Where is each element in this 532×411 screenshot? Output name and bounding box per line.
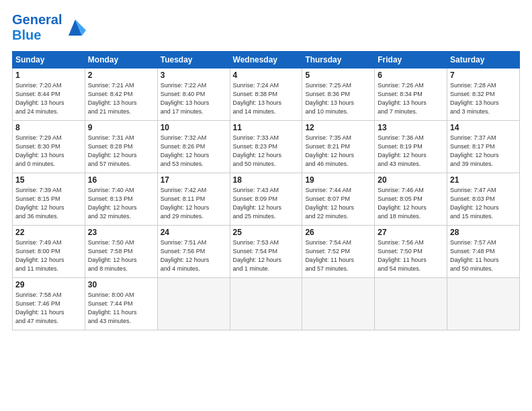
day-info: Sunrise: 7:44 AM Sunset: 8:07 PM Dayligh… [305,186,371,221]
page: General Blue SundayMondayTuesdayWednesda… [0,0,532,337]
day-number: 18 [233,175,300,185]
calendar-cell: 4Sunrise: 7:24 AM Sunset: 8:38 PM Daylig… [230,68,302,121]
day-number: 19 [305,175,371,185]
week-row-2: 8Sunrise: 7:29 AM Sunset: 8:30 PM Daylig… [13,121,520,173]
day-number: 4 [233,71,300,80]
day-number: 30 [88,280,154,289]
day-number: 16 [88,175,154,185]
day-info: Sunrise: 7:28 AM Sunset: 8:32 PM Dayligh… [450,81,517,116]
header-row: SundayMondayTuesdayWednesdayThursdayFrid… [13,52,520,68]
calendar-cell: 10Sunrise: 7:32 AM Sunset: 8:26 PM Dayli… [157,121,230,173]
day-info: Sunrise: 7:29 AM Sunset: 8:30 PM Dayligh… [15,134,82,169]
logo: General Blue [12,12,86,43]
day-number: 6 [378,71,444,80]
day-info: Sunrise: 7:20 AM Sunset: 8:44 PM Dayligh… [15,81,82,116]
day-info: Sunrise: 7:54 AM Sunset: 7:52 PM Dayligh… [305,238,371,273]
calendar-cell [157,278,230,330]
col-header-sunday: Sunday [13,52,85,68]
col-header-thursday: Thursday [302,52,375,68]
day-info: Sunrise: 7:39 AM Sunset: 8:15 PM Dayligh… [15,186,82,221]
calendar-cell: 15Sunrise: 7:39 AM Sunset: 8:15 PM Dayli… [13,173,85,226]
day-number: 24 [161,228,227,237]
calendar-cell: 11Sunrise: 7:33 AM Sunset: 8:23 PM Dayli… [230,121,302,173]
day-number: 12 [305,123,371,132]
calendar-cell: 12Sunrise: 7:35 AM Sunset: 8:21 PM Dayli… [302,121,375,173]
day-number: 9 [88,123,154,132]
calendar-cell: 29Sunrise: 7:58 AM Sunset: 7:46 PM Dayli… [13,278,85,330]
calendar-cell: 5Sunrise: 7:25 AM Sunset: 8:36 PM Daylig… [302,68,375,121]
calendar-cell: 1Sunrise: 7:20 AM Sunset: 8:44 PM Daylig… [13,68,85,121]
calendar-cell: 17Sunrise: 7:42 AM Sunset: 8:11 PM Dayli… [157,173,230,226]
day-info: Sunrise: 7:24 AM Sunset: 8:38 PM Dayligh… [233,81,300,116]
day-number: 5 [305,71,371,80]
day-info: Sunrise: 7:21 AM Sunset: 8:42 PM Dayligh… [88,81,154,116]
day-info: Sunrise: 7:49 AM Sunset: 8:00 PM Dayligh… [15,238,82,273]
day-info: Sunrise: 7:42 AM Sunset: 8:11 PM Dayligh… [161,186,227,221]
day-number: 22 [15,228,82,237]
day-number: 27 [378,228,444,237]
calendar-cell: 19Sunrise: 7:44 AM Sunset: 8:07 PM Dayli… [302,173,375,226]
day-number: 14 [450,123,517,132]
day-info: Sunrise: 7:57 AM Sunset: 7:48 PM Dayligh… [450,238,517,273]
calendar-cell: 14Sunrise: 7:37 AM Sunset: 8:17 PM Dayli… [447,121,520,173]
day-number: 29 [15,280,82,289]
calendar-cell: 13Sunrise: 7:36 AM Sunset: 8:19 PM Dayli… [375,121,447,173]
calendar-cell: 24Sunrise: 7:51 AM Sunset: 7:56 PM Dayli… [157,226,230,278]
day-number: 28 [450,228,517,237]
calendar-cell [302,278,375,330]
col-header-friday: Friday [375,52,447,68]
logo-text: General Blue [12,12,86,43]
calendar-cell: 30Sunrise: 8:00 AM Sunset: 7:44 PM Dayli… [85,278,157,330]
day-info: Sunrise: 7:37 AM Sunset: 8:17 PM Dayligh… [450,134,517,169]
calendar-cell: 25Sunrise: 7:53 AM Sunset: 7:54 PM Dayli… [230,226,302,278]
day-info: Sunrise: 7:35 AM Sunset: 8:21 PM Dayligh… [305,134,371,169]
day-number: 21 [450,175,517,185]
calendar-cell: 2Sunrise: 7:21 AM Sunset: 8:42 PM Daylig… [85,68,157,121]
day-info: Sunrise: 7:50 AM Sunset: 7:58 PM Dayligh… [88,238,154,273]
day-info: Sunrise: 7:36 AM Sunset: 8:19 PM Dayligh… [378,134,444,169]
day-info: Sunrise: 8:00 AM Sunset: 7:44 PM Dayligh… [88,291,154,326]
day-info: Sunrise: 7:46 AM Sunset: 8:05 PM Dayligh… [378,186,444,221]
day-number: 23 [88,228,154,237]
day-number: 26 [305,228,371,237]
calendar-cell: 27Sunrise: 7:56 AM Sunset: 7:50 PM Dayli… [375,226,447,278]
col-header-monday: Monday [85,52,157,68]
calendar-cell: 28Sunrise: 7:57 AM Sunset: 7:48 PM Dayli… [447,226,520,278]
day-info: Sunrise: 7:33 AM Sunset: 8:23 PM Dayligh… [233,134,300,169]
day-number: 1 [15,71,82,80]
week-row-3: 15Sunrise: 7:39 AM Sunset: 8:15 PM Dayli… [13,173,520,226]
day-info: Sunrise: 7:22 AM Sunset: 8:40 PM Dayligh… [161,81,227,116]
calendar-cell: 16Sunrise: 7:40 AM Sunset: 8:13 PM Dayli… [85,173,157,226]
calendar-cell: 22Sunrise: 7:49 AM Sunset: 8:00 PM Dayli… [13,226,85,278]
col-header-wednesday: Wednesday [230,52,302,68]
calendar-cell: 23Sunrise: 7:50 AM Sunset: 7:58 PM Dayli… [85,226,157,278]
calendar-cell [447,278,520,330]
day-number: 11 [233,123,300,132]
calendar-cell [230,278,302,330]
day-info: Sunrise: 7:32 AM Sunset: 8:26 PM Dayligh… [161,134,227,169]
calendar-cell: 3Sunrise: 7:22 AM Sunset: 8:40 PM Daylig… [157,68,230,121]
day-number: 20 [378,175,444,185]
day-info: Sunrise: 7:53 AM Sunset: 7:54 PM Dayligh… [233,238,300,273]
logo-icon [64,17,86,38]
day-info: Sunrise: 7:56 AM Sunset: 7:50 PM Dayligh… [378,238,444,273]
day-number: 15 [15,175,82,185]
week-row-5: 29Sunrise: 7:58 AM Sunset: 7:46 PM Dayli… [13,278,520,330]
calendar-cell: 18Sunrise: 7:43 AM Sunset: 8:09 PM Dayli… [230,173,302,226]
calendar-cell: 6Sunrise: 7:26 AM Sunset: 8:34 PM Daylig… [375,68,447,121]
day-info: Sunrise: 7:58 AM Sunset: 7:46 PM Dayligh… [15,291,82,326]
day-number: 25 [233,228,300,237]
week-row-4: 22Sunrise: 7:49 AM Sunset: 8:00 PM Dayli… [13,226,520,278]
calendar-cell: 7Sunrise: 7:28 AM Sunset: 8:32 PM Daylig… [447,68,520,121]
day-info: Sunrise: 7:26 AM Sunset: 8:34 PM Dayligh… [378,81,444,116]
day-info: Sunrise: 7:51 AM Sunset: 7:56 PM Dayligh… [161,238,227,273]
week-row-1: 1Sunrise: 7:20 AM Sunset: 8:44 PM Daylig… [13,68,520,121]
day-info: Sunrise: 7:40 AM Sunset: 8:13 PM Dayligh… [88,186,154,221]
day-number: 2 [88,71,154,80]
day-number: 17 [161,175,227,185]
calendar-cell: 21Sunrise: 7:47 AM Sunset: 8:03 PM Dayli… [447,173,520,226]
day-info: Sunrise: 7:25 AM Sunset: 8:36 PM Dayligh… [305,81,371,116]
calendar-table: SundayMondayTuesdayWednesdayThursdayFrid… [12,51,520,330]
col-header-tuesday: Tuesday [157,52,230,68]
day-number: 10 [161,123,227,132]
